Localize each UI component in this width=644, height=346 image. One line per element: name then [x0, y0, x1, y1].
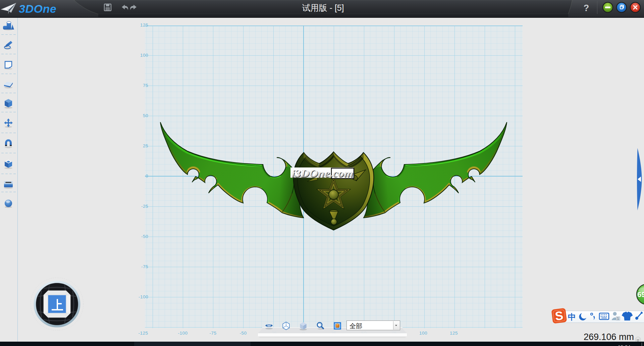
svg-text:69: 69: [637, 290, 644, 299]
svg-text:中: 中: [568, 312, 576, 322]
svg-text:3DOne: 3DOne: [19, 2, 56, 15]
svg-text:i3DOne.com: i3DOne.com: [291, 167, 353, 179]
svg-text:试用版 - [5]: 试用版 - [5]: [302, 3, 344, 12]
svg-text:?: ?: [584, 3, 589, 13]
svg-text:S: S: [554, 308, 564, 323]
svg-text:S: S: [617, 317, 619, 320]
